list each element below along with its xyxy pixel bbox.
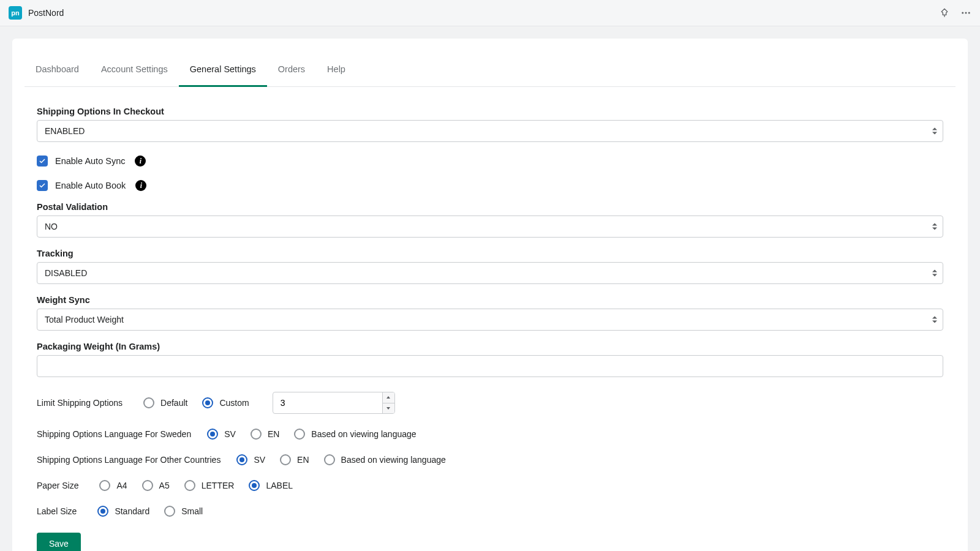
limit-shipping-label: Limit Shipping Options bbox=[37, 398, 123, 408]
tracking-label: Tracking bbox=[37, 249, 943, 258]
lang-sweden-sv-label: SV bbox=[224, 429, 236, 439]
weight-sync-label: Weight Sync bbox=[37, 295, 943, 305]
svg-point-0 bbox=[962, 12, 963, 14]
tab-general-settings[interactable]: General Settings bbox=[179, 56, 267, 87]
lang-sweden-en-radio[interactable] bbox=[251, 429, 262, 440]
limit-shipping-row: Limit Shipping Options Default Custom bbox=[37, 392, 943, 414]
paper-a5-label: A5 bbox=[159, 481, 170, 490]
app-icon: pn bbox=[9, 6, 22, 20]
auto-book-row: Enable Auto Book i bbox=[37, 180, 943, 191]
weight-sync-select[interactable]: Total Product Weight bbox=[37, 309, 943, 331]
lang-other-label: Shipping Options Language For Other Coun… bbox=[37, 455, 221, 465]
packaging-weight-input[interactable] bbox=[37, 355, 943, 377]
tab-bar: Dashboard Account Settings General Setti… bbox=[24, 39, 956, 87]
auto-book-checkbox[interactable] bbox=[37, 180, 48, 191]
paper-letter-radio[interactable] bbox=[184, 480, 195, 491]
limit-default-label: Default bbox=[160, 398, 187, 408]
tab-dashboard[interactable]: Dashboard bbox=[24, 56, 90, 87]
limit-number-wrap bbox=[273, 392, 395, 414]
lang-sweden-viewing-label: Based on viewing language bbox=[311, 429, 416, 439]
form-area: Shipping Options In Checkout ENABLED Ena… bbox=[24, 87, 956, 551]
tracking-value: DISABLED bbox=[37, 262, 943, 284]
packaging-weight-label: Packaging Weight (In Grams) bbox=[37, 342, 943, 351]
label-small-label: Small bbox=[181, 506, 203, 516]
number-spinner bbox=[382, 392, 394, 413]
save-button[interactable]: Save bbox=[37, 533, 81, 551]
label-standard-label: Standard bbox=[115, 506, 149, 516]
chevron-updown-icon bbox=[932, 128, 937, 135]
postal-validation-value: NO bbox=[37, 216, 943, 238]
paper-letter-label: LETTER bbox=[202, 481, 235, 490]
lang-other-sv-radio[interactable] bbox=[236, 454, 247, 465]
svg-point-2 bbox=[968, 12, 970, 14]
lang-sweden-label: Shipping Options Language For Sweden bbox=[37, 429, 191, 439]
lang-other-en-label: EN bbox=[297, 455, 309, 465]
paper-size-row: Paper Size A4 A5 LETTER LABEL bbox=[37, 480, 943, 491]
postal-validation-label: Postal Validation bbox=[37, 202, 943, 212]
shipping-options-label: Shipping Options In Checkout bbox=[37, 107, 943, 116]
weight-sync-value: Total Product Weight bbox=[37, 309, 943, 331]
lang-sweden-row: Shipping Options Language For Sweden SV … bbox=[37, 429, 943, 440]
auto-book-label: Enable Auto Book bbox=[55, 181, 126, 190]
lang-sweden-en-label: EN bbox=[268, 429, 279, 439]
title-bar-left: pn PostNord bbox=[9, 6, 64, 20]
limit-custom-radio[interactable] bbox=[202, 397, 213, 408]
lang-sweden-sv-radio[interactable] bbox=[207, 429, 218, 440]
paper-a4-radio[interactable] bbox=[99, 480, 110, 491]
auto-sync-checkbox[interactable] bbox=[37, 156, 48, 167]
lang-other-en-radio[interactable] bbox=[280, 454, 291, 465]
paper-label-label: LABEL bbox=[266, 481, 293, 490]
lang-other-viewing-label: Based on viewing language bbox=[341, 455, 446, 465]
lang-other-row: Shipping Options Language For Other Coun… bbox=[37, 454, 943, 465]
label-size-label: Label Size bbox=[37, 506, 77, 516]
info-icon[interactable]: i bbox=[135, 180, 146, 191]
label-small-radio[interactable] bbox=[164, 506, 175, 517]
postal-validation-select[interactable]: NO bbox=[37, 216, 943, 238]
lang-other-sv-label: SV bbox=[254, 455, 265, 465]
tracking-select[interactable]: DISABLED bbox=[37, 262, 943, 284]
lang-sweden-viewing-radio[interactable] bbox=[294, 429, 305, 440]
label-size-row: Label Size Standard Small bbox=[37, 506, 943, 517]
auto-sync-label: Enable Auto Sync bbox=[55, 156, 125, 166]
chevron-updown-icon bbox=[932, 270, 937, 277]
paper-a5-radio[interactable] bbox=[142, 480, 153, 491]
limit-default-radio[interactable] bbox=[143, 397, 154, 408]
tab-help[interactable]: Help bbox=[316, 56, 356, 87]
svg-point-1 bbox=[965, 12, 967, 14]
lang-other-viewing-radio[interactable] bbox=[324, 454, 335, 465]
chevron-updown-icon bbox=[932, 317, 937, 323]
pin-icon[interactable] bbox=[940, 8, 949, 18]
spinner-up[interactable] bbox=[383, 392, 394, 403]
limit-number-input[interactable] bbox=[273, 392, 395, 414]
shipping-options-select[interactable]: ENABLED bbox=[37, 120, 943, 142]
more-icon[interactable] bbox=[960, 7, 971, 18]
limit-custom-label: Custom bbox=[219, 398, 249, 408]
paper-size-label: Paper Size bbox=[37, 481, 78, 490]
paper-label-radio[interactable] bbox=[249, 480, 260, 491]
tab-orders[interactable]: Orders bbox=[267, 56, 316, 87]
paper-a4-label: A4 bbox=[116, 481, 127, 490]
app-title: PostNord bbox=[28, 8, 64, 18]
title-bar-actions bbox=[940, 7, 971, 18]
spinner-down[interactable] bbox=[383, 403, 394, 414]
shipping-options-value: ENABLED bbox=[37, 120, 943, 142]
tab-account-settings[interactable]: Account Settings bbox=[90, 56, 179, 87]
title-bar: pn PostNord bbox=[0, 0, 980, 26]
main-panel: Dashboard Account Settings General Setti… bbox=[12, 39, 968, 551]
chevron-updown-icon bbox=[932, 223, 937, 230]
auto-sync-row: Enable Auto Sync i bbox=[37, 156, 943, 167]
info-icon[interactable]: i bbox=[135, 156, 146, 167]
label-standard-radio[interactable] bbox=[97, 506, 108, 517]
